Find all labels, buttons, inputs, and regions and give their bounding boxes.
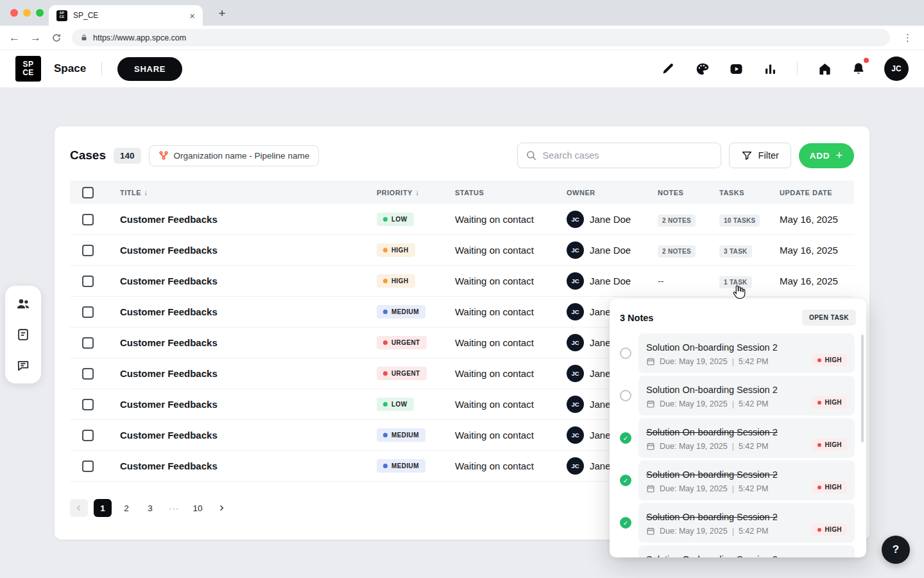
row-checkbox-cell <box>70 306 120 318</box>
maximize-window-button[interactable] <box>36 9 44 17</box>
minimize-window-button[interactable] <box>23 9 31 17</box>
theme-button[interactable] <box>694 60 710 77</box>
pagination-prev-button[interactable] <box>70 499 88 517</box>
case-title[interactable]: Customer Feedbacks <box>120 430 377 441</box>
task-separator: | <box>732 399 734 408</box>
task-checkbox[interactable] <box>620 390 631 401</box>
row-checkbox[interactable] <box>82 368 94 380</box>
priority-cell: MEDIUM <box>377 459 455 473</box>
task-meta: Due: May 19, 2025 | 5:42 PM <box>646 399 778 408</box>
tasks-count[interactable]: 1 TASK <box>719 276 752 288</box>
forward-icon: → <box>30 31 41 44</box>
case-title[interactable]: Customer Feedbacks <box>120 306 377 317</box>
task-priority-dot-icon <box>817 528 821 532</box>
notifications-button[interactable] <box>850 60 867 77</box>
new-tab-button[interactable]: + <box>213 5 231 22</box>
pagination-page[interactable]: 1 <box>94 499 112 517</box>
back-icon: ← <box>9 31 20 44</box>
column-priority[interactable]: PRIORITY ↓ <box>377 188 455 197</box>
chevron-left-icon <box>74 504 83 512</box>
task-card[interactable]: Solution On-boarding Session 2 Due: May … <box>638 333 855 373</box>
task-item: ✓ Solution On-boarding Session 2 Due: Ma… <box>620 503 855 543</box>
contacts-button[interactable] <box>13 293 33 314</box>
task-title: Solution On-boarding Session 2 <box>646 512 778 522</box>
user-avatar[interactable]: JC <box>884 57 909 81</box>
share-button[interactable]: SHARE <box>117 57 182 81</box>
row-checkbox[interactable] <box>82 399 94 410</box>
task-card[interactable]: Solution On-boarding Session 2 Due: May … <box>638 545 855 557</box>
pagination-page[interactable]: 10 <box>189 499 207 517</box>
pagination-ellipsis: ··· <box>165 499 183 517</box>
open-task-button[interactable]: OPEN TASK <box>802 310 856 326</box>
close-window-button[interactable] <box>10 9 18 17</box>
priority-label: MEDIUM <box>391 308 419 315</box>
notes-button[interactable] <box>13 324 33 345</box>
row-checkbox[interactable] <box>82 430 94 441</box>
select-all-checkbox[interactable] <box>82 187 94 198</box>
row-checkbox-cell <box>70 337 120 349</box>
task-checkbox[interactable]: ✓ <box>620 432 631 444</box>
analytics-button[interactable] <box>762 60 778 77</box>
row-checkbox[interactable] <box>82 245 94 256</box>
task-separator: | <box>732 357 734 366</box>
tasks-count[interactable]: 3 TASK <box>719 245 752 258</box>
case-title[interactable]: Customer Feedbacks <box>120 214 377 225</box>
add-case-button[interactable]: ADD + <box>799 143 854 168</box>
browser-menu-icon[interactable]: ⋮ <box>900 32 915 44</box>
task-checkbox[interactable]: ✓ <box>620 517 631 529</box>
chat-button[interactable] <box>13 355 33 376</box>
row-checkbox[interactable] <box>82 337 94 349</box>
task-checkbox[interactable]: ✓ <box>620 475 631 486</box>
pencil-icon <box>661 62 675 76</box>
case-update-date: May 16, 2025 <box>780 214 854 225</box>
task-card[interactable]: Solution On-boarding Session 2 Due: May … <box>638 376 855 416</box>
priority-dot-icon <box>383 310 388 314</box>
cases-toolbar: Filter ADD + <box>517 143 854 168</box>
filter-button[interactable]: Filter <box>729 143 791 168</box>
priority-badge: MEDIUM <box>377 305 425 319</box>
row-checkbox[interactable] <box>82 276 94 287</box>
app-name: Space <box>54 62 86 75</box>
tasks-count[interactable]: 10 TASKS <box>719 215 760 227</box>
case-title[interactable]: Customer Feedbacks <box>120 276 377 286</box>
header-actions: JC <box>660 57 909 81</box>
case-title[interactable]: Customer Feedbacks <box>120 368 377 379</box>
task-card[interactable]: Solution On-boarding Session 2 Due: May … <box>638 460 855 500</box>
task-card[interactable]: Solution On-boarding Session 2 Due: May … <box>638 418 855 458</box>
task-priority-dot-icon <box>817 401 821 405</box>
row-checkbox[interactable] <box>82 306 94 318</box>
task-priority-badge: HIGH <box>812 354 847 366</box>
notes-count[interactable]: -- <box>658 276 663 286</box>
pagination-page[interactable]: 2 <box>117 499 135 517</box>
column-title[interactable]: TITLE ↓ <box>120 188 377 197</box>
pagination-page[interactable]: 3 <box>141 499 159 517</box>
case-title[interactable]: Customer Feedbacks <box>120 245 377 256</box>
url-bar[interactable]: https://www.app.spce.com <box>72 29 890 46</box>
help-button[interactable]: ? <box>882 536 910 564</box>
pagination-next-button[interactable] <box>212 499 230 517</box>
forward-button[interactable]: → <box>30 32 41 43</box>
notes-count[interactable]: 2 NOTES <box>658 245 696 258</box>
popup-scrollbar[interactable] <box>861 335 864 442</box>
case-title[interactable]: Customer Feedbacks <box>120 399 377 410</box>
reload-button[interactable] <box>51 33 62 43</box>
row-checkbox[interactable] <box>82 460 94 472</box>
search-input[interactable] <box>543 150 713 161</box>
pipeline-chip[interactable]: Organization name - Pipeline name <box>149 145 320 166</box>
task-checkbox[interactable] <box>620 347 631 359</box>
priority-cell: MEDIUM <box>377 428 455 442</box>
task-card[interactable]: Solution On-boarding Session 2 Due: May … <box>638 503 855 543</box>
notes-count[interactable]: 2 NOTES <box>658 215 696 227</box>
tab-close-icon[interactable]: × <box>189 10 195 21</box>
back-button[interactable]: ← <box>9 32 20 43</box>
edit-button[interactable] <box>660 60 676 77</box>
people-icon <box>15 296 31 311</box>
case-title[interactable]: Customer Feedbacks <box>120 337 377 348</box>
home-button[interactable] <box>816 60 833 77</box>
case-title[interactable]: Customer Feedbacks <box>120 460 377 471</box>
calendar-icon <box>646 484 655 493</box>
task-separator: | <box>732 484 734 493</box>
browser-tab[interactable]: SP CE SP_CE × <box>49 5 203 26</box>
row-checkbox[interactable] <box>82 214 94 225</box>
video-button[interactable] <box>728 60 744 77</box>
